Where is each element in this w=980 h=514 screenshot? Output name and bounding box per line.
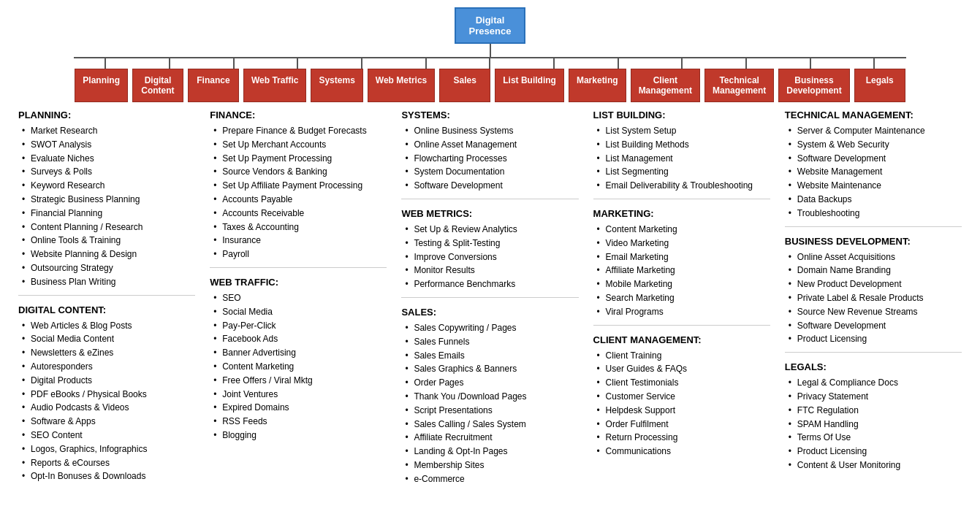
list-item-0-0-6: Financial Planning <box>22 207 195 220</box>
list-item-0-1-1: Social Media Content <box>22 332 195 346</box>
list-item-1-1-8: Expired Domains <box>213 401 387 415</box>
list-item-3-1-3: Affiliate Marketing <box>597 264 770 277</box>
nav-item-business-development[interactable]: Business Development <box>778 69 849 102</box>
nav-tick-3 <box>297 58 298 69</box>
nav-tick-0 <box>105 58 106 69</box>
list-item-1-1-1: Social Media <box>213 305 387 319</box>
list-item-0-1-4: Digital Products <box>22 374 195 388</box>
list-item-2-2-9: Landing & Opt-In Pages <box>405 445 578 459</box>
list-item-1-0-9: Payroll <box>213 248 387 261</box>
list-item-2-1-4: Performance Benchmarks <box>405 277 578 291</box>
list-item-0-0-4: Keyword Research <box>22 179 195 193</box>
list-item-3-1-4: Mobile Marketing <box>597 277 770 291</box>
list-item-2-0-0: Online Business Systems <box>405 124 578 138</box>
list-item-2-2-4: Order Pages <box>405 376 578 390</box>
list-item-2-2-11: e-Commerce <box>405 472 578 486</box>
nav-item-sales[interactable]: Sales <box>439 69 490 102</box>
section-list-4-0: Server & Computer MaintenanceSystem & We… <box>785 124 962 220</box>
list-item-0-0-1: SWOT Analysis <box>22 138 195 152</box>
section-list-0-1: Web Articles & Blog PostsSocial Media Co… <box>18 319 195 484</box>
list-item-3-2-0: Client Training <box>597 349 770 363</box>
list-item-2-2-3: Sales Graphics & Banners <box>405 362 578 376</box>
section-title-4-1: BUSINESS DEVELOPMENT: <box>785 236 962 247</box>
list-item-4-0-5: Data Backups <box>789 193 962 207</box>
divider-1-1 <box>210 267 387 268</box>
list-item-0-1-5: PDF eBooks / Physical Books <box>22 388 195 402</box>
section-list-2-0: Online Business SystemsOnline Asset Mana… <box>401 124 578 193</box>
list-item-0-0-11: Business Plan Writing <box>22 275 195 289</box>
nav-item-client-management[interactable]: Client Management <box>631 69 700 102</box>
section-title-2-2: SALES: <box>401 307 578 318</box>
list-item-0-1-0: Web Articles & Blog Posts <box>22 319 195 333</box>
section-list-3-2: Client TrainingUser Guides & FAQsClient … <box>593 349 770 459</box>
section-title-2-1: WEB METRICS: <box>401 208 578 219</box>
section-title-0-0: PLANNING: <box>18 110 195 120</box>
list-item-1-1-2: Pay-Per-Click <box>213 319 387 333</box>
nav-tick-6 <box>489 58 490 69</box>
nav-tick-connectors <box>74 58 907 69</box>
nav-item-web-traffic[interactable]: Web Traffic <box>243 69 306 102</box>
list-item-1-1-7: Joint Ventures <box>213 388 387 402</box>
list-item-1-0-0: Prepare Finance & Budget Forecasts <box>213 124 387 138</box>
list-item-3-2-7: Communications <box>597 445 770 459</box>
divider-3-2 <box>593 325 770 326</box>
nav-tick-4 <box>361 58 362 69</box>
section-title-3-0: LIST BUILDING: <box>593 110 770 120</box>
nav-item-digital-content[interactable]: Digital Content <box>132 69 183 102</box>
nav-item-systems[interactable]: Systems <box>311 69 362 102</box>
list-item-3-2-3: Customer Service <box>597 390 770 404</box>
nav-item-marketing[interactable]: Marketing <box>569 69 626 102</box>
list-item-0-0-10: Outsourcing Strategy <box>22 261 195 275</box>
section-title-4-2: LEGALS: <box>785 361 962 372</box>
list-item-1-1-9: RSS Feeds <box>213 415 387 429</box>
list-item-2-2-1: Sales Funnels <box>405 335 578 349</box>
list-item-4-2-2: FTC Regulation <box>789 404 962 418</box>
nav-tick-11 <box>810 58 811 69</box>
nav-tick-8 <box>618 58 619 69</box>
nav-item-technical-management[interactable]: Technical Management <box>704 69 774 102</box>
list-item-3-2-6: Return Processing <box>597 431 770 445</box>
list-item-2-2-8: Affiliate Recruitment <box>405 431 578 445</box>
nav-item-finance[interactable]: Finance <box>188 69 239 102</box>
list-item-3-0-2: List Management <box>597 152 770 166</box>
list-item-2-0-4: Software Development <box>405 179 578 193</box>
list-item-1-0-7: Taxes & Accounting <box>213 220 387 234</box>
nav-item-list-building[interactable]: List Building <box>495 69 564 102</box>
list-item-1-0-3: Source Vendors & Banking <box>213 165 387 179</box>
nav-tick-2 <box>233 58 235 69</box>
list-item-3-1-0: Content Marketing <box>597 223 770 237</box>
list-item-2-2-0: Sales Copywriting / Pages <box>405 321 578 335</box>
list-item-0-0-8: Online Tools & Training <box>22 234 195 248</box>
divider-2-2 <box>401 297 578 298</box>
list-item-0-1-10: Reports & eCourses <box>22 456 195 470</box>
nav-item-planning[interactable]: Planning <box>75 69 128 102</box>
list-item-0-1-2: Newsletters & eZines <box>22 346 195 360</box>
divider-4-2 <box>785 352 962 353</box>
root-connector <box>490 44 491 57</box>
list-item-4-0-0: Server & Computer Maintenance <box>789 124 962 138</box>
section-title-4-0: TECHNICAL MANAGEMENT: <box>785 110 962 120</box>
list-item-2-2-6: Script Presentations <box>405 404 578 418</box>
list-item-4-1-3: Private Label & Resale Products <box>789 291 962 305</box>
list-item-3-2-5: Order Fulfilment <box>597 418 770 431</box>
list-item-0-1-11: Opt-In Bonuses & Downloads <box>22 469 195 483</box>
nav-item-web-metrics[interactable]: Web Metrics <box>368 69 435 102</box>
list-item-0-0-3: Surveys & Polls <box>22 165 195 179</box>
list-item-1-1-3: Facebook Ads <box>213 332 387 346</box>
section-title-3-2: CLIENT MANAGEMENT: <box>593 334 770 345</box>
section-list-1-0: Prepare Finance & Budget ForecastsSet Up… <box>210 124 387 261</box>
nav-row: PlanningDigital ContentFinanceWeb Traffi… <box>0 69 980 102</box>
list-item-4-2-6: Content & User Monitoring <box>789 459 962 472</box>
section-title-3-1: MARKETING: <box>593 208 770 219</box>
list-item-4-1-5: Software Development <box>789 319 962 333</box>
section-title-2-0: SYSTEMS: <box>401 110 578 120</box>
list-item-4-2-1: Privacy Statement <box>789 390 962 404</box>
nav-item-legals[interactable]: Legals <box>854 69 905 102</box>
list-item-1-1-6: Free Offers / Viral Mktg <box>213 374 387 388</box>
list-item-2-1-3: Monitor Results <box>405 264 578 277</box>
nav-tick-10 <box>745 58 747 69</box>
list-item-4-0-6: Troubleshooting <box>789 207 962 220</box>
list-item-2-2-10: Membership Sites <box>405 459 578 472</box>
section-title-0-1: DIGITAL CONTENT: <box>18 304 195 315</box>
section-title-1-1: WEB TRAFFIC: <box>210 277 387 288</box>
